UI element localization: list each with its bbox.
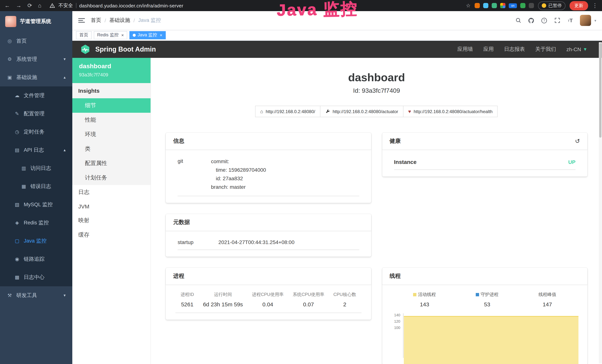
sba-nav-journal[interactable]: 日志报表 [504, 46, 525, 53]
sidebar-item-trace[interactable]: ◉链路追踪 [0, 250, 72, 268]
health-card-title: 健康 [389, 138, 401, 145]
sidebar-item-api-log[interactable]: ▤API 日志▴ [0, 141, 72, 159]
scrollbar[interactable] [599, 42, 602, 364]
github-icon[interactable] [528, 17, 535, 24]
tab-redis-monitor[interactable]: Redis 监控× [94, 31, 127, 39]
instance-link-root[interactable]: ⌂http://192.168.0.2:48080/ [255, 106, 320, 117]
extension-switch[interactable]: on [509, 3, 517, 8]
app-title: 芋道管理系统 [20, 18, 51, 25]
sba-menu-caches[interactable]: 缓存 [72, 228, 150, 242]
close-icon[interactable]: × [121, 33, 124, 37]
extension-leaf[interactable] [520, 3, 526, 8]
sidebar-item-log-center[interactable]: ▩日志中心 [0, 268, 72, 286]
extension-dark[interactable] [529, 3, 534, 8]
tags-bar: 首页Redis 监控×Java 监控× [72, 30, 602, 41]
instance-links: ⌂http://192.168.0.2:48080/http://192.168… [166, 106, 587, 117]
sidebar-item-job[interactable]: ◷定时任务 [0, 123, 72, 141]
axis-tick: 140 [389, 314, 403, 320]
url-divider [76, 3, 76, 8]
instance-id: 93a3fc7f7409 [79, 72, 144, 77]
extension-orange[interactable] [475, 3, 480, 8]
threads-legend: 活动线程143守护进程53线程峰值147 [389, 291, 580, 308]
instance-link-actuator[interactable]: http://192.168.0.2:48080/actuator [320, 106, 403, 117]
heart-icon: ♥ [408, 109, 411, 114]
instance-link-health[interactable]: ♥http://192.168.0.2:48080/actuator/healt… [403, 106, 498, 117]
font-size-icon[interactable]: тT [567, 17, 574, 24]
health-rows: InstanceUP [382, 150, 587, 177]
avatar-caret-icon[interactable]: ▾ [594, 18, 596, 22]
sba-menu-configprops[interactable]: 配置属性 [72, 156, 150, 171]
browser-menu-icon[interactable]: ⋮ [592, 2, 598, 9]
sidebar-item-mysql[interactable]: ▧MySQL 监控 [0, 195, 72, 214]
sba-menu-env[interactable]: 环境 [72, 127, 150, 142]
search-icon[interactable] [515, 17, 522, 24]
reload-icon[interactable]: ⟳ [27, 2, 32, 9]
sba-nav-about[interactable]: 关于我们 [535, 46, 556, 53]
fullscreen-icon[interactable] [554, 17, 561, 24]
update-button[interactable]: 更新 [570, 1, 588, 10]
extension-drop[interactable] [483, 3, 488, 8]
app-logo-row[interactable]: 芋道管理系统 [0, 11, 72, 32]
breadcrumb-separator: / [133, 17, 135, 23]
sba-menu-group: 细节性能环境类配置属性计划任务 [72, 98, 150, 185]
tab-java-monitor[interactable]: Java 监控× [129, 31, 166, 39]
sba-menu-classes[interactable]: 类 [72, 142, 150, 156]
sidebar-item-access-log[interactable]: ▥访问日志 [0, 159, 72, 177]
sidebar-item-home[interactable]: ◎首页 [0, 32, 72, 50]
sidebar-item-system[interactable]: ⚙系统管理▾ [0, 50, 72, 68]
sba-menu-mappings[interactable]: 映射 [72, 213, 150, 228]
sba-menu-logfile[interactable]: 日志 [72, 185, 150, 200]
sidebar-item-error-log[interactable]: ▦错误日志 [0, 177, 72, 195]
sba-links: 应用墙应用日志报表关于我们 [457, 46, 556, 53]
sba-nav-wallboard[interactable]: 应用墙 [457, 46, 473, 53]
threads-card: 线程 活动线程143守护进程53线程峰值147 140120100 [382, 268, 587, 364]
sidebar-item-infra[interactable]: ▣基础设施▴ [0, 68, 72, 86]
instance-link-label: http://192.168.0.2:48080/actuator/health [414, 109, 493, 114]
locale-select[interactable]: zh-CN ▼ [566, 46, 587, 52]
tab-home[interactable]: 首页 [76, 31, 92, 39]
metadata-rows: startup2021-04-27T00:44:31.254+08:00 [166, 231, 371, 257]
user-avatar[interactable] [580, 15, 591, 26]
axis-tick: 100 [389, 326, 403, 332]
wrench-icon [325, 109, 330, 114]
breadcrumb-item[interactable]: 首页 [91, 17, 101, 24]
bookmark-star-icon[interactable]: ☆ [466, 3, 471, 9]
hamburger-icon[interactable] [72, 17, 91, 24]
address-bar[interactable]: 不安全 dashboard.yudao.iocoder.cn/infra/adm… [49, 2, 183, 9]
back-icon[interactable]: ← [4, 2, 10, 9]
sidebar-item-redis[interactable]: ◈Redis 监控 [0, 214, 72, 232]
metadata-card-title: 元数据 [173, 219, 190, 226]
breadcrumb-item[interactable]: 基础设施 [109, 17, 130, 24]
scrollbar-thumb[interactable] [599, 43, 602, 138]
app-logo [5, 16, 16, 27]
sba-nav-applications[interactable]: 应用 [483, 46, 494, 53]
paused-badge[interactable]: 已暂停 [538, 1, 566, 10]
forward-icon[interactable]: → [16, 2, 22, 9]
url-text[interactable]: dashboard.yudao.iocoder.cn/infra/admin-s… [79, 3, 183, 8]
info-rows: gitcommit:time: 1596289704000id: 27aa832… [166, 150, 371, 203]
sba-menu-metrics[interactable]: 性能 [72, 113, 150, 127]
instance-header[interactable]: dashboard 93a3fc7f7409 [72, 58, 150, 83]
sidebar-item-config[interactable]: ✎配置管理 [0, 105, 72, 123]
sba-menu-scheduled[interactable]: 计划任务 [72, 171, 150, 185]
legend-color-icon [413, 293, 417, 297]
info-card-title: 信息 [173, 138, 184, 145]
extension-vue[interactable] [492, 3, 497, 8]
extension-grid[interactable] [500, 3, 505, 8]
sba-section-label: Insights [72, 83, 150, 98]
metadata-value: 2021-04-27T00:44:31.254+08:00 [218, 239, 294, 245]
health-card: 健康 ↺ InstanceUP [382, 133, 587, 177]
breadcrumb-item: Java 监控 [138, 17, 161, 24]
sba-menu-jvm[interactable]: JVM [72, 200, 150, 213]
stat-value: 5261 [181, 301, 194, 308]
sba-menu-details[interactable]: 细节 [72, 98, 150, 113]
sba-iframe: Spring Boot Admin 应用墙应用日志报表关于我们 zh-CN ▼ … [72, 41, 602, 364]
help-icon[interactable]: ? [541, 17, 548, 24]
sidebar-item-java[interactable]: ▢Java 监控 [0, 232, 72, 250]
sidebar-item-devtools[interactable]: ⚒研发工具▾ [0, 286, 72, 304]
home-icon[interactable]: ⌂ [38, 2, 41, 9]
history-icon[interactable]: ↺ [575, 138, 580, 145]
sidebar-item-file[interactable]: ☁文件管理 [0, 86, 72, 105]
breadcrumb: 首页/基础设施/Java 监控 [91, 17, 161, 24]
close-icon[interactable]: × [160, 33, 162, 37]
